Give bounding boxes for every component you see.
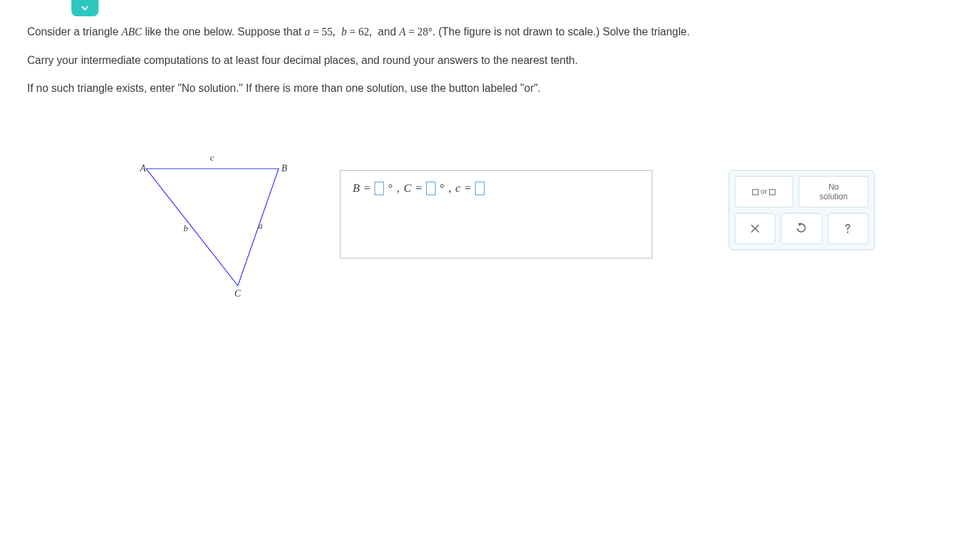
text: like the one below. Suppose that — [142, 26, 304, 37]
answer-B-label: B — [353, 182, 360, 195]
val-a: 55, — [321, 26, 335, 37]
problem-statement: Consider a triangle ABC like the one bel… — [27, 23, 953, 108]
instruction-nosolution: If no such triangle exists, enter "No so… — [27, 80, 953, 97]
no-solution-button[interactable]: No solution — [799, 176, 869, 207]
text: = — [415, 182, 422, 195]
text: , — [397, 182, 400, 195]
text: = — [406, 26, 417, 37]
clear-button[interactable] — [735, 213, 775, 244]
help-icon — [841, 222, 855, 235]
expand-toggle[interactable] — [71, 0, 99, 16]
undo-button[interactable] — [781, 213, 822, 244]
vertex-A: A — [140, 163, 146, 174]
close-icon — [748, 222, 762, 235]
undo-icon — [794, 222, 808, 235]
vertex-C: C — [234, 288, 241, 299]
triangle-name: ABC — [122, 26, 142, 37]
side-b: b — [183, 223, 188, 234]
text: , — [449, 182, 451, 195]
input-c[interactable] — [475, 182, 485, 195]
svg-point-0 — [847, 231, 848, 233]
val-b: 62, — [358, 26, 372, 37]
chevron-down-icon — [80, 3, 90, 14]
side-a: a — [258, 220, 263, 231]
answer-box[interactable]: B = °, C = °, c = — [340, 170, 652, 258]
answer-c-label: c — [455, 182, 461, 195]
tool-panel: or No solution — [729, 170, 875, 250]
text: and — [375, 26, 400, 37]
side-c: c — [210, 152, 214, 163]
var-b: b — [341, 26, 347, 37]
input-C[interactable] — [426, 182, 436, 195]
var-A: A — [399, 26, 406, 37]
text: (The figure is not drawn to scale.) Solv… — [435, 26, 689, 37]
instruction-precision: Carry your intermediate computations to … — [27, 52, 953, 69]
degree-symbol: ° — [388, 182, 393, 195]
answer-C-label: C — [404, 182, 411, 195]
degree-symbol: ° — [440, 182, 444, 195]
text: = — [364, 182, 370, 195]
text: = — [465, 182, 472, 195]
or-button[interactable]: or — [735, 176, 793, 207]
square-icon — [769, 189, 775, 195]
or-label: or — [760, 187, 767, 196]
input-B[interactable] — [374, 182, 384, 195]
square-icon — [752, 189, 758, 195]
vertex-B: B — [281, 163, 287, 174]
val-A: 28°. — [417, 26, 435, 37]
triangle-figure: A B C c b a — [136, 150, 313, 306]
text: = — [347, 26, 358, 37]
text: Consider a triangle — [27, 26, 122, 37]
help-button[interactable] — [828, 213, 869, 244]
text: = — [310, 26, 321, 37]
no-solution-label: No solution — [820, 182, 847, 202]
